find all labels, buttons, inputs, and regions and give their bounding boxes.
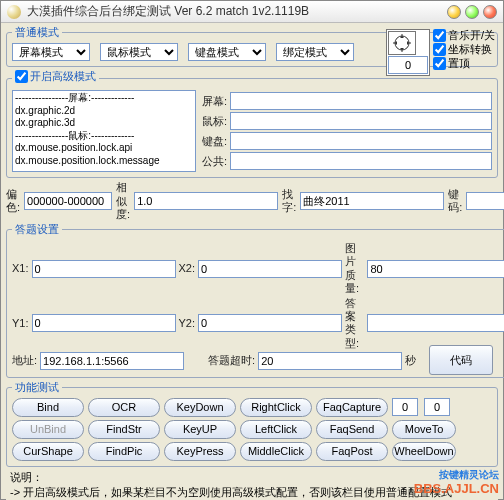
- find-input[interactable]: [300, 192, 444, 210]
- faqsend-button[interactable]: FaqSend: [316, 420, 388, 439]
- findpic-button[interactable]: FindPic: [88, 442, 160, 461]
- adv-keyboard-input[interactable]: [230, 132, 492, 150]
- advanced-mode-group: 开启高级模式 ----------------屏幕:------------- …: [6, 70, 498, 178]
- x2-label: X2:: [179, 262, 196, 275]
- color-input[interactable]: [24, 192, 112, 210]
- coord-toggle[interactable]: 坐标转换: [433, 43, 495, 56]
- keydown-button[interactable]: KeyDown: [164, 398, 236, 417]
- titlebar: 大漠插件综合后台绑定测试 Ver 6.2 match 1v2.1119B: [1, 1, 503, 23]
- func-test-group: 功能测试 Bind OCR KeyDown RightClick FaqCapt…: [6, 381, 498, 467]
- keyup-button[interactable]: KeyUP: [164, 420, 236, 439]
- mouse-mode-select[interactable]: 鼠标模式: [100, 43, 178, 61]
- picq-input[interactable]: [367, 260, 504, 278]
- adv-screen-input[interactable]: [230, 92, 492, 110]
- sec-label: 秒: [405, 354, 416, 367]
- window-title: 大漠插件综合后台绑定测试 Ver 6.2 match 1v2.1119B: [27, 4, 447, 18]
- to-input[interactable]: [258, 352, 402, 370]
- coord-x-input[interactable]: [392, 398, 418, 416]
- rightclick-button[interactable]: RightClick: [240, 398, 312, 417]
- keyboard-mode-select[interactable]: 键盘模式: [188, 43, 266, 61]
- func-legend: 功能测试: [12, 381, 62, 394]
- close-button[interactable]: [483, 5, 497, 19]
- key-label: 键码:: [448, 188, 462, 214]
- find-label: 找字:: [282, 188, 296, 214]
- x1-label: X1:: [12, 262, 29, 275]
- code-button[interactable]: 代码: [429, 345, 493, 375]
- at-label: 答案类型:: [345, 297, 364, 350]
- x1-input[interactable]: [32, 260, 176, 278]
- screen-mode-select[interactable]: 屏幕模式: [12, 43, 90, 61]
- y2-input[interactable]: [198, 314, 342, 332]
- minimize-button[interactable]: [447, 5, 461, 19]
- findstr-button[interactable]: FindStr: [88, 420, 160, 439]
- watermark: 按键精灵论坛 BBS.AJJL.CN: [414, 469, 499, 497]
- wheeldown-button[interactable]: WheelDown: [392, 442, 456, 461]
- adv-public-input[interactable]: [230, 152, 492, 170]
- coord-box: [386, 29, 430, 76]
- faqpost-button[interactable]: FaqPost: [316, 442, 388, 461]
- sim-label: 相似度:: [116, 181, 130, 221]
- maximize-button[interactable]: [465, 5, 479, 19]
- y2-label: Y2:: [179, 317, 196, 330]
- unbind-button[interactable]: UnBind: [12, 420, 84, 439]
- moveto-button[interactable]: MoveTo: [392, 420, 456, 439]
- y1-label: Y1:: [12, 317, 29, 330]
- crosshair-icon[interactable]: [388, 31, 416, 55]
- lbl-screen: 屏幕:: [202, 95, 227, 108]
- advanced-list[interactable]: ----------------屏幕:------------- dx.grap…: [12, 90, 196, 172]
- color-label: 偏色:: [6, 188, 20, 214]
- curshape-button[interactable]: CurShape: [12, 442, 84, 461]
- to-label: 答题超时:: [208, 354, 255, 367]
- svg-point-0: [395, 36, 409, 50]
- app-icon: [7, 5, 21, 19]
- advanced-mode-checkbox[interactable]: 开启高级模式: [15, 70, 96, 83]
- bind-mode-select[interactable]: 绑定模式: [276, 43, 354, 61]
- coord-y-input[interactable]: [424, 398, 450, 416]
- ocr-button[interactable]: OCR: [88, 398, 160, 417]
- y1-input[interactable]: [32, 314, 176, 332]
- lbl-keyboard: 键盘:: [202, 135, 227, 148]
- at-input[interactable]: [367, 314, 504, 332]
- keypress-button[interactable]: KeyPress: [164, 442, 236, 461]
- faqcapture-button[interactable]: FaqCapture: [316, 398, 388, 417]
- sim-input[interactable]: [134, 192, 278, 210]
- leftclick-button[interactable]: LeftClick: [240, 420, 312, 439]
- key-input[interactable]: [466, 192, 504, 210]
- bind-button[interactable]: Bind: [12, 398, 84, 417]
- adv-mouse-input[interactable]: [230, 112, 492, 130]
- music-toggle[interactable]: 音乐开/关: [433, 29, 495, 42]
- addr-input[interactable]: [40, 352, 184, 370]
- answer-legend: 答题设置: [12, 223, 62, 236]
- x2-input[interactable]: [198, 260, 342, 278]
- lbl-public: 公共:: [202, 155, 227, 168]
- coord-value[interactable]: [388, 56, 428, 74]
- middleclick-button[interactable]: MiddleClick: [240, 442, 312, 461]
- picq-label: 图片质量:: [345, 242, 364, 295]
- normal-mode-legend: 普通模式: [12, 26, 62, 39]
- addr-label: 地址:: [12, 354, 37, 367]
- top-toggle[interactable]: 置顶: [433, 57, 495, 70]
- lbl-mouse: 鼠标:: [202, 115, 227, 128]
